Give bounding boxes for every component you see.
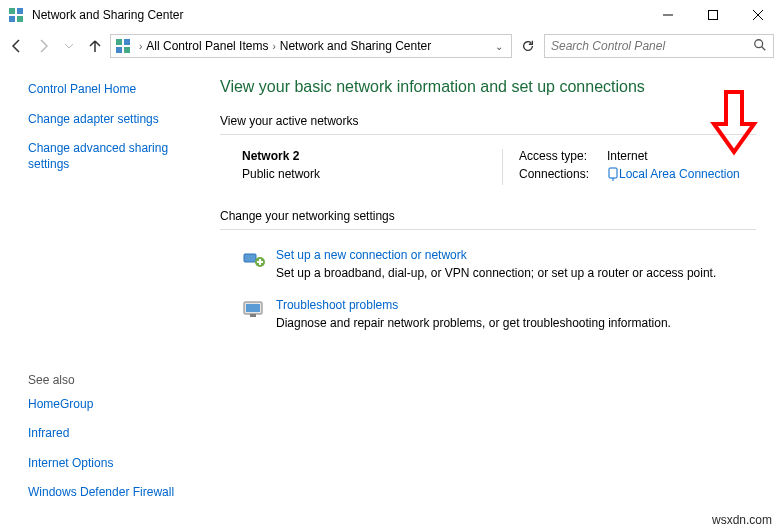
main-panel: View your basic network information and … xyxy=(210,62,780,531)
window-title: Network and Sharing Center xyxy=(32,8,645,22)
connections-label: Connections: xyxy=(519,167,607,181)
network-details: Access type: Internet Connections: Local… xyxy=(502,149,740,185)
annotation-arrow xyxy=(710,88,758,161)
breadcrumb-dropdown[interactable]: ⌄ xyxy=(491,41,507,52)
network-name: Network 2 xyxy=(242,149,502,163)
chevron-right-icon[interactable]: › xyxy=(268,41,279,52)
breadcrumb-item[interactable]: All Control Panel Items xyxy=(146,39,268,53)
minimize-button[interactable] xyxy=(645,0,690,30)
refresh-button[interactable] xyxy=(516,34,540,58)
svg-rect-16 xyxy=(244,254,256,262)
network-row: Network 2 Public network Access type: In… xyxy=(220,149,756,185)
chevron-right-icon[interactable]: › xyxy=(135,41,146,52)
active-networks-label: View your active networks xyxy=(220,114,756,128)
see-also-heading: See also xyxy=(28,373,194,387)
svg-rect-14 xyxy=(609,168,617,178)
network-type: Public network xyxy=(242,167,502,181)
network-center-icon xyxy=(115,38,131,54)
access-type-label: Access type: xyxy=(519,149,607,163)
back-button[interactable] xyxy=(6,35,28,57)
sidebar-link-advanced[interactable]: Change advanced sharing settings xyxy=(28,141,194,172)
recent-dropdown[interactable] xyxy=(58,35,80,57)
app-icon xyxy=(8,7,24,23)
sidebar-link-infrared[interactable]: Infrared xyxy=(28,426,194,442)
troubleshoot-link[interactable]: Troubleshoot problems xyxy=(276,298,398,312)
svg-rect-8 xyxy=(116,39,122,45)
divider xyxy=(220,134,756,135)
svg-rect-3 xyxy=(17,16,23,22)
sidebar-link-home[interactable]: Control Panel Home xyxy=(28,82,194,98)
breadcrumb[interactable]: › All Control Panel Items › Network and … xyxy=(110,34,512,58)
search-input[interactable] xyxy=(551,39,753,53)
option-troubleshoot: Troubleshoot problems Diagnose and repai… xyxy=(220,294,756,344)
maximize-button[interactable] xyxy=(690,0,735,30)
ethernet-icon xyxy=(607,167,619,181)
svg-rect-2 xyxy=(9,16,15,22)
option-setup: Set up a new connection or network Set u… xyxy=(220,244,756,294)
content-area: Control Panel Home Change adapter settin… xyxy=(0,62,780,531)
close-button[interactable] xyxy=(735,0,780,30)
search-box[interactable] xyxy=(544,34,774,58)
setup-connection-icon xyxy=(242,248,266,272)
breadcrumb-item[interactable]: Network and Sharing Center xyxy=(280,39,431,53)
svg-rect-21 xyxy=(250,314,256,317)
svg-line-13 xyxy=(762,46,766,50)
setup-connection-desc: Set up a broadband, dial-up, or VPN conn… xyxy=(276,266,716,280)
svg-rect-0 xyxy=(9,8,15,14)
setup-connection-link[interactable]: Set up a new connection or network xyxy=(276,248,467,262)
svg-rect-11 xyxy=(124,47,130,53)
navbar: › All Control Panel Items › Network and … xyxy=(0,30,780,62)
svg-rect-5 xyxy=(708,11,717,20)
network-identity: Network 2 Public network xyxy=(242,149,502,185)
sidebar-link-internet-options[interactable]: Internet Options xyxy=(28,456,194,472)
search-icon[interactable] xyxy=(753,38,767,55)
troubleshoot-icon xyxy=(242,298,266,322)
svg-rect-9 xyxy=(124,39,130,45)
divider xyxy=(220,229,756,230)
svg-rect-22 xyxy=(246,304,260,312)
up-button[interactable] xyxy=(84,35,106,57)
connection-link[interactable]: Local Area Connection xyxy=(619,167,740,181)
sidebar: Control Panel Home Change adapter settin… xyxy=(0,62,210,531)
sidebar-link-firewall[interactable]: Windows Defender Firewall xyxy=(28,485,194,501)
change-settings-label: Change your networking settings xyxy=(220,209,756,223)
sidebar-link-homegroup[interactable]: HomeGroup xyxy=(28,397,194,413)
forward-button[interactable] xyxy=(32,35,54,57)
window-controls xyxy=(645,0,780,30)
watermark: wsxdn.com xyxy=(712,513,772,527)
access-type-value: Internet xyxy=(607,149,648,163)
svg-point-12 xyxy=(755,39,763,47)
titlebar: Network and Sharing Center xyxy=(0,0,780,30)
page-heading: View your basic network information and … xyxy=(220,78,756,96)
svg-rect-10 xyxy=(116,47,122,53)
svg-rect-1 xyxy=(17,8,23,14)
sidebar-link-adapter[interactable]: Change adapter settings xyxy=(28,112,194,128)
troubleshoot-desc: Diagnose and repair network problems, or… xyxy=(276,316,671,330)
